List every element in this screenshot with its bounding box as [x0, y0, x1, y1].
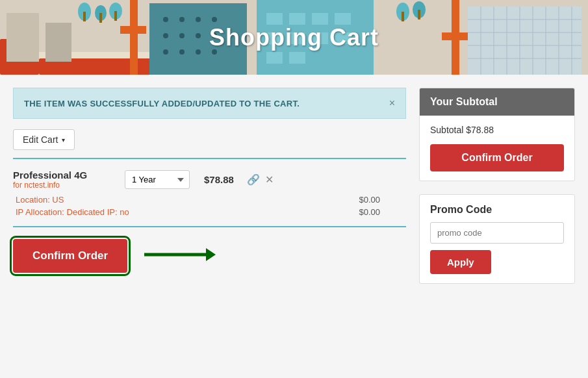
svg-rect-4 — [6, 13, 39, 62]
cart-item: Professional 4G for nctest.info 1 Year 2… — [13, 170, 406, 220]
svg-rect-41 — [418, 10, 420, 19]
svg-rect-12 — [130, 0, 138, 75]
page-title: Shopping Cart — [209, 24, 379, 51]
svg-point-24 — [179, 49, 185, 55]
svg-rect-5 — [45, 23, 71, 62]
subtotal-body: Subtotal $78.88 Confirm Order — [420, 116, 574, 181]
edit-cart-label: Edit Cart — [23, 134, 58, 145]
arrow-indicator — [138, 246, 216, 266]
ip-label: IP Allocation: Dedicated IP: no — [16, 207, 359, 217]
main-content: THE ITEM WAS SUCCESSFULLY ADDED/UPDATED … — [0, 75, 588, 297]
cart-divider-top — [13, 158, 406, 159]
product-subtitle: for nctest.info — [13, 181, 117, 190]
left-panel: THE ITEM WAS SUCCESSFULLY ADDED/UPDATED … — [13, 88, 406, 284]
svg-rect-28 — [266, 13, 283, 25]
svg-rect-9 — [99, 13, 102, 23]
detail-labels: Location: US IP Allocation: Dedicated IP… — [16, 195, 359, 220]
svg-rect-31 — [335, 13, 351, 25]
alert-close-button[interactable]: × — [389, 97, 395, 109]
promo-section: Promo Code Apply — [419, 194, 575, 284]
svg-point-19 — [163, 33, 168, 38]
svg-rect-37 — [289, 52, 305, 64]
item-price: $78.88 — [204, 174, 234, 185]
ip-price: $0.00 — [359, 207, 380, 217]
subtotal-amount: Subtotal $78.88 — [430, 125, 564, 135]
promo-input[interactable] — [430, 222, 564, 244]
cart-divider-bottom — [13, 226, 406, 227]
svg-rect-44 — [468, 6, 582, 75]
confirm-order-bottom-button[interactable]: Confirm Order — [13, 239, 127, 273]
svg-point-21 — [196, 33, 201, 38]
svg-point-15 — [163, 17, 168, 22]
svg-rect-36 — [266, 52, 283, 64]
apply-button[interactable]: Apply — [430, 250, 491, 274]
svg-rect-13 — [120, 26, 146, 34]
subtotal-header: Your Subtotal — [420, 88, 574, 116]
confirm-order-button[interactable]: Confirm Order — [430, 144, 564, 171]
svg-point-25 — [196, 49, 201, 55]
detail-prices: $0.00 $0.00 — [359, 195, 406, 220]
confirm-order-bottom-wrap: Confirm Order — [13, 239, 406, 273]
svg-rect-29 — [289, 13, 305, 25]
svg-rect-7 — [83, 12, 86, 21]
svg-point-18 — [212, 17, 217, 22]
page-banner: Shopping Cart — [0, 0, 588, 75]
edit-cart-button[interactable]: Edit Cart ▾ — [13, 129, 75, 150]
term-select[interactable]: 1 Year 2 Years 3 Years — [125, 170, 190, 189]
location-price: $0.00 — [359, 195, 380, 205]
caret-down-icon: ▾ — [62, 136, 65, 144]
remove-item-icon[interactable]: ✕ — [265, 173, 274, 186]
edit-item-icon[interactable]: 🔗 — [247, 173, 260, 186]
subtotal-box: Your Subtotal Subtotal $78.88 Confirm Or… — [419, 88, 575, 181]
subtotal-label: Subtotal — [430, 125, 463, 135]
svg-rect-11 — [114, 11, 117, 21]
svg-marker-58 — [206, 248, 216, 261]
cart-item-top: Professional 4G for nctest.info 1 Year 2… — [13, 170, 406, 190]
svg-point-17 — [196, 17, 201, 22]
svg-point-16 — [179, 17, 185, 22]
product-info: Professional 4G for nctest.info — [13, 170, 117, 190]
success-alert: THE ITEM WAS SUCCESSFULLY ADDED/UPDATED … — [13, 88, 406, 119]
svg-point-20 — [179, 33, 185, 38]
cart-details: Location: US IP Allocation: Dedicated IP… — [13, 195, 406, 220]
svg-point-23 — [163, 49, 168, 55]
product-name: Professional 4G — [13, 170, 117, 181]
right-panel: Your Subtotal Subtotal $78.88 Confirm Or… — [419, 88, 575, 284]
alert-message: THE ITEM WAS SUCCESSFULLY ADDED/UPDATED … — [24, 99, 300, 108]
svg-rect-39 — [402, 12, 404, 21]
subtotal-value: $78.88 — [466, 125, 494, 135]
location-label: Location: US — [16, 195, 359, 205]
item-actions: 🔗 ✕ — [247, 173, 274, 186]
promo-title: Promo Code — [430, 204, 564, 216]
svg-rect-43 — [442, 32, 468, 40]
svg-rect-30 — [312, 13, 328, 25]
